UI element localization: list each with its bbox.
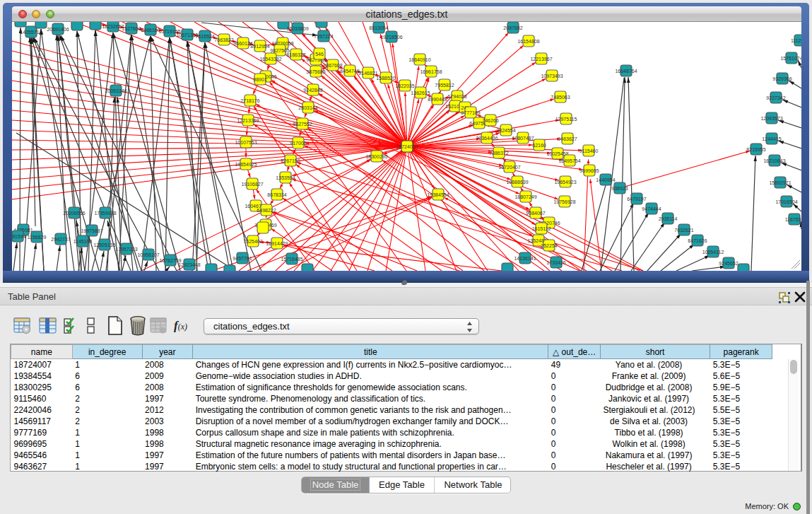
svg-text:546: 546 (315, 52, 324, 57)
svg-text:1733426: 1733426 (546, 260, 565, 265)
svg-text:7663822: 7663822 (214, 37, 233, 42)
svg-text:19756928: 19756928 (553, 199, 575, 204)
svg-text:18640910: 18640910 (408, 57, 430, 62)
svg-text:19384554: 19384554 (427, 192, 449, 197)
svg-text:16154808: 16154808 (517, 39, 539, 44)
svg-text:16961758: 16961758 (420, 69, 442, 74)
svg-text:19218506: 19218506 (380, 35, 402, 40)
svg-text:9245652: 9245652 (719, 261, 738, 266)
svg-text:7515524: 7515524 (195, 34, 214, 39)
svg-text:6479197: 6479197 (627, 197, 646, 201)
svg-text:10807487: 10807487 (512, 136, 534, 141)
svg-text:16648764: 16648764 (615, 69, 637, 74)
svg-text:9115460: 9115460 (579, 148, 599, 153)
svg-text:1167534: 1167534 (785, 217, 801, 222)
svg-text:9227342: 9227342 (766, 95, 785, 100)
svg-text:62160: 62160 (532, 143, 546, 148)
svg-text:7625402: 7625402 (243, 239, 262, 244)
svg-text:2087682: 2087682 (503, 25, 522, 30)
svg-text:14055712: 14055712 (20, 30, 42, 35)
svg-text:10654112: 10654112 (702, 250, 724, 255)
svg-text:8912954: 8912954 (250, 44, 269, 49)
svg-text:6794028: 6794028 (447, 94, 466, 99)
svg-text:12505135: 12505135 (93, 243, 115, 247)
svg-text:2935114: 2935114 (659, 216, 678, 221)
svg-text:16033809: 16033809 (286, 26, 308, 31)
svg-text:16495754: 16495754 (558, 158, 580, 163)
svg-text:3824554: 3824554 (496, 128, 515, 133)
svg-text:9474444: 9474444 (642, 206, 661, 211)
svg-text:8454749: 8454749 (340, 69, 359, 74)
svg-text:1353594: 1353594 (276, 175, 295, 180)
svg-text:12093573: 12093573 (760, 116, 782, 121)
svg-text:18724007: 18724007 (396, 144, 418, 149)
svg-text:9242848: 9242848 (303, 88, 322, 93)
svg-text:391594: 391594 (12, 234, 26, 239)
svg-text:19106827: 19106827 (241, 182, 263, 187)
svg-text:7485063: 7485063 (551, 95, 570, 100)
svg-text:17359928: 17359928 (94, 211, 116, 216)
svg-text:6466160: 6466160 (141, 28, 160, 33)
svg-text:252254: 252254 (541, 243, 557, 248)
svg-text:1145194: 1145194 (73, 239, 93, 244)
svg-text:20364436: 20364436 (476, 136, 498, 141)
svg-text:7632621: 7632621 (674, 228, 693, 233)
svg-text:1156829: 1156829 (28, 235, 47, 240)
svg-text:12975115: 12975115 (555, 117, 577, 122)
svg-text:1527602: 1527602 (122, 26, 141, 31)
svg-text:19654923: 19654923 (554, 180, 576, 185)
svg-text:18232657: 18232657 (102, 24, 124, 29)
svg-text:19975887: 19975887 (81, 228, 102, 233)
svg-text:1440954: 1440954 (596, 177, 615, 182)
svg-text:7386372: 7386372 (489, 151, 508, 156)
svg-text:14136141: 14136141 (514, 256, 536, 261)
svg-text:917006: 917006 (290, 141, 306, 146)
svg-text:1615112: 1615112 (532, 226, 551, 231)
svg-text:17016504: 17016504 (775, 199, 797, 204)
svg-text:10958107: 10958107 (137, 252, 159, 257)
svg-text:10107553: 10107553 (235, 140, 257, 145)
svg-text:15716485: 15716485 (281, 257, 302, 262)
svg-text:7357224: 7357224 (314, 34, 333, 39)
svg-text:12213369: 12213369 (237, 118, 259, 123)
svg-text:6498222: 6498222 (257, 208, 276, 213)
svg-text:9146821: 9146821 (358, 71, 377, 76)
svg-text:9827552: 9827552 (293, 122, 312, 127)
svg-text:1244415: 1244415 (762, 136, 781, 141)
svg-text:12213967: 12213967 (530, 57, 552, 62)
svg-text:15751074: 15751074 (780, 56, 801, 61)
svg-text:9699695: 9699695 (579, 168, 599, 173)
svg-text:20053346: 20053346 (105, 88, 126, 93)
svg-text:17957223: 17957223 (115, 247, 137, 252)
svg-text:2803144: 2803144 (298, 105, 317, 110)
svg-text:9457791: 9457791 (233, 256, 252, 261)
svg-text:746266: 746266 (482, 118, 498, 123)
svg-text:12923448: 12923448 (178, 262, 200, 267)
svg-text:16210643: 16210643 (763, 158, 785, 163)
svg-text:9084067: 9084067 (526, 211, 545, 216)
svg-text:9329366: 9329366 (772, 76, 792, 81)
svg-text:3875685: 3875685 (306, 69, 325, 74)
svg-text:98901: 98901 (253, 77, 267, 82)
svg-text:20691406: 20691406 (47, 27, 69, 32)
svg-text:1362615: 1362615 (411, 90, 430, 95)
svg-text:19654925: 19654925 (235, 162, 257, 167)
svg-text:8678334: 8678334 (267, 192, 286, 197)
svg-text:8186328: 8186328 (286, 52, 305, 57)
svg-text:2942737: 2942737 (51, 237, 70, 242)
svg-text:9463627: 9463627 (558, 136, 577, 141)
svg-text:20206556: 20206556 (63, 211, 85, 216)
svg-text:1822035: 1822035 (395, 83, 414, 88)
svg-text:8215955: 8215955 (746, 147, 765, 152)
svg-text:18807249: 18807249 (514, 194, 536, 199)
svg-text:10688639: 10688639 (506, 180, 528, 185)
svg-text:8990448: 8990448 (428, 97, 447, 102)
svg-text:2718176: 2718176 (240, 98, 259, 103)
svg-text:7955812: 7955812 (435, 83, 454, 88)
svg-text:1588520: 1588520 (376, 76, 395, 81)
svg-text:8813054: 8813054 (369, 25, 388, 30)
svg-text:9777169: 9777169 (461, 110, 480, 115)
svg-text:10973493: 10973493 (541, 74, 563, 78)
svg-text:8471626: 8471626 (688, 238, 707, 243)
svg-text:938923: 938923 (611, 186, 628, 191)
